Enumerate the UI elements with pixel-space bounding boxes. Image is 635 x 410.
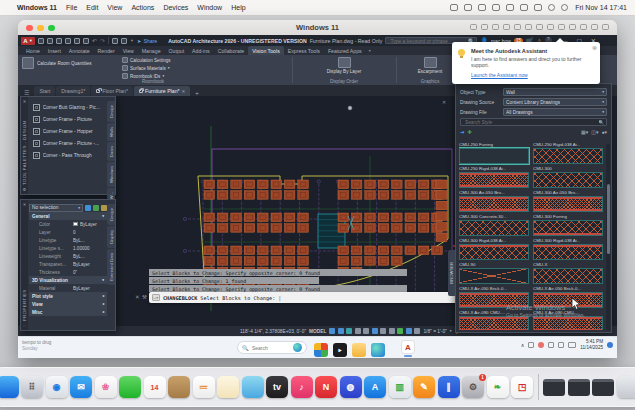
- command-options-icon[interactable]: ▭▾: [152, 294, 160, 301]
- keyboard-icon[interactable]: [470, 24, 477, 30]
- model-space-button[interactable]: MODEL: [309, 329, 326, 334]
- mail-icon[interactable]: ✉: [70, 376, 92, 398]
- ribbon-tab-express-tools[interactable]: Express Tools: [284, 46, 324, 55]
- property-row[interactable]: Layer0: [29, 228, 107, 236]
- ribbon-tab-view[interactable]: View: [119, 46, 138, 55]
- vm-titlebar[interactable]: Windows 11: [18, 20, 617, 35]
- shortcuts-icon[interactable]: [492, 4, 500, 11]
- preview-mode-icon[interactable]: ◫▾: [591, 129, 598, 135]
- camera-icon[interactable]: [464, 4, 472, 11]
- menubar-menu-devices[interactable]: Devices: [163, 4, 188, 11]
- display-by-layer-button[interactable]: Display By Layer: [306, 57, 382, 74]
- finder-icon[interactable]: [0, 376, 19, 398]
- sound-icon[interactable]: [525, 24, 532, 30]
- property-row[interactable]: Linetype s...1.00000: [29, 244, 107, 252]
- calculate-room-quantities-button[interactable]: Calculate Room Quantities: [22, 57, 98, 69]
- wifi-icon[interactable]: [534, 4, 542, 11]
- taskbar-clock[interactable]: 5:41 PM 11/14/2025: [580, 339, 603, 350]
- annotation-scale-button[interactable]: 1/8" = 1'-0": [423, 329, 446, 334]
- close-popup-icon[interactable]: ⊗: [592, 44, 597, 51]
- onedrive-icon[interactable]: [528, 342, 534, 348]
- close-palette-icon[interactable]: ✕: [23, 99, 27, 104]
- property-row[interactable]: LineweightByL...: [29, 252, 107, 260]
- taskbar-widget[interactable]: tiempo to drug Sunday: [22, 340, 51, 352]
- menubar-menu-file[interactable]: File: [66, 4, 77, 11]
- palette-category-tab[interactable]: Doors: [107, 142, 115, 161]
- update-badge-icon[interactable]: [538, 342, 544, 348]
- style-search-input[interactable]: [463, 119, 583, 126]
- selection-dropdown[interactable]: No selection▾: [29, 204, 83, 212]
- menubar-menu-help[interactable]: Help: [231, 4, 245, 11]
- close-command-icon[interactable]: ✕: [135, 294, 140, 300]
- export-icon[interactable]: ◳: [511, 376, 533, 398]
- cd-icon[interactable]: [503, 24, 510, 30]
- store-icon[interactable]: [314, 343, 328, 357]
- annotation-icon[interactable]: [406, 328, 412, 334]
- close-properties-icon[interactable]: ✕: [23, 202, 27, 207]
- cpu-icon[interactable]: [481, 24, 488, 30]
- usb-icon[interactable]: [536, 24, 543, 30]
- properties-section-header[interactable]: View◂: [29, 300, 107, 308]
- add-style-icon[interactable]: ✚: [468, 129, 473, 135]
- zoom-traffic-light[interactable]: [48, 25, 55, 32]
- taskbar-search[interactable]: 🔍 Search: [237, 341, 307, 354]
- battery-icon[interactable]: [568, 342, 576, 348]
- tab-drawing1[interactable]: Drawing1*: [56, 86, 90, 96]
- quick-select-icon[interactable]: [85, 205, 91, 211]
- properties-section-header[interactable]: 3D Visualization▾: [29, 276, 107, 284]
- gear-icon[interactable]: [591, 24, 598, 30]
- wall-style-card[interactable]: CMU-250 Furring: [459, 142, 529, 164]
- minimize-traffic-light[interactable]: [37, 25, 44, 32]
- volume-icon[interactable]: [558, 342, 564, 348]
- select-objects-icon[interactable]: [93, 205, 99, 211]
- close-tab-icon[interactable]: ✕: [182, 89, 186, 94]
- ortho-icon[interactable]: [346, 328, 352, 334]
- nav-back-icon[interactable]: ➜: [460, 129, 465, 135]
- transparency-icon[interactable]: [389, 328, 395, 334]
- canvas-close-icon[interactable]: ✕: [442, 99, 446, 105]
- properties-section-header[interactable]: Misc◂: [29, 308, 107, 316]
- snap-icon[interactable]: [338, 328, 344, 334]
- parallels-icon[interactable]: [478, 4, 486, 11]
- menubar-clock[interactable]: Fri Nov 14 17:41: [575, 4, 627, 11]
- property-row[interactable]: Thickness0": [29, 268, 107, 276]
- notes-icon[interactable]: [168, 376, 190, 398]
- palette-tool-item[interactable]: Corner Butt Glazing - Pic...: [29, 101, 107, 113]
- open-file-icon[interactable]: [47, 38, 53, 44]
- menubar-menu-view[interactable]: View: [107, 4, 122, 11]
- tv-icon[interactable]: tv: [266, 376, 288, 398]
- minimized-window-1[interactable]: [543, 379, 565, 396]
- tray-expand-icon[interactable]: ∧: [521, 342, 525, 348]
- freeform-icon[interactable]: [217, 376, 239, 398]
- workspace-icon[interactable]: [397, 328, 403, 334]
- properties-section-header[interactable]: Plot style◂: [29, 292, 107, 300]
- ribbon-tab-collaborate[interactable]: Collaborate: [214, 46, 249, 55]
- copy-icon[interactable]: [506, 4, 514, 11]
- polar-icon[interactable]: [355, 328, 361, 334]
- scale-dropdown-icon[interactable]: ▾: [450, 329, 452, 333]
- wall-style-card[interactable]: CMU-300 Air-050 Bric...: [533, 190, 603, 212]
- file-tab-menu-icon[interactable]: ☰: [20, 89, 33, 96]
- plot-icon[interactable]: [74, 38, 80, 44]
- control-center-icon[interactable]: [561, 4, 568, 11]
- ribbon-tab-add-ins[interactable]: Add-ins: [188, 46, 214, 55]
- notifications-icon[interactable]: [607, 342, 613, 348]
- news-icon[interactable]: N: [315, 376, 337, 398]
- leaf-icon[interactable]: ❧: [487, 376, 509, 398]
- trash-icon[interactable]: [617, 376, 635, 398]
- palette-tool-item[interactable]: Corner Frame - Picture -...: [29, 137, 107, 149]
- ribbon-tab-output[interactable]: Output: [165, 46, 189, 55]
- search-icon[interactable]: [548, 4, 555, 11]
- properties-tab[interactable]: Display: [107, 226, 115, 248]
- isolate-icon[interactable]: [414, 328, 420, 334]
- assistant-launch-link[interactable]: Launch the Assistant now: [471, 72, 528, 78]
- dyn-input-icon[interactable]: [372, 328, 378, 334]
- lineweight-icon[interactable]: [380, 328, 386, 334]
- folder-icon[interactable]: [112, 38, 118, 44]
- calendar-icon[interactable]: 14: [144, 376, 166, 398]
- tab-start[interactable]: Start: [34, 86, 55, 96]
- palette-tool-item[interactable]: Corner - Pass Through: [29, 149, 107, 161]
- palette-tool-item[interactable]: Corner Frame - Picture: [29, 113, 107, 125]
- autocad-taskbar-icon[interactable]: A: [401, 340, 415, 354]
- osnap-icon[interactable]: [363, 328, 369, 334]
